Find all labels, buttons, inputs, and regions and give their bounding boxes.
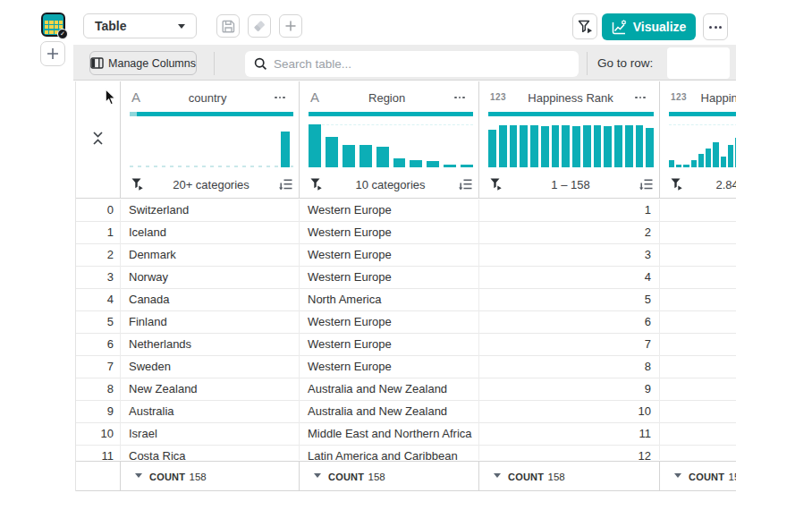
goto-row-input[interactable] — [667, 47, 730, 79]
cell[interactable]: Australia and New Zealand — [299, 401, 478, 422]
histogram-bar — [625, 125, 633, 167]
collapse-rows-icon[interactable] — [91, 131, 105, 146]
cell[interactable]: Switzerland — [120, 200, 299, 221]
cell[interactable]: Middle East and Northern Africa — [299, 423, 478, 445]
row-index[interactable]: 5 — [76, 311, 120, 333]
histogram-max-line — [309, 124, 473, 125]
aggregate-caret-icon[interactable] — [135, 473, 142, 478]
column-menu-icon[interactable] — [275, 97, 285, 99]
column-histogram[interactable] — [488, 122, 654, 167]
cell[interactable]: Latin America and Caribbean — [299, 446, 478, 460]
row-index[interactable]: 2 — [76, 244, 120, 266]
row-index[interactable]: 8 — [76, 378, 120, 400]
cell[interactable]: Finland — [120, 311, 299, 333]
cell[interactable]: Western Europe — [299, 244, 478, 266]
histogram-bar — [614, 125, 622, 167]
save-button[interactable] — [216, 14, 240, 38]
column-filter-icon[interactable] — [671, 178, 682, 191]
row-index[interactable]: 0 — [76, 200, 120, 221]
row-index[interactable]: 3 — [76, 267, 120, 288]
aggregate-caret-icon[interactable] — [314, 473, 321, 478]
cell[interactable]: New Zealand — [120, 378, 299, 400]
cell[interactable]: Western Europe — [299, 356, 478, 378]
column-header-region[interactable]: ARegion10 categories — [299, 81, 478, 198]
cell[interactable]: Canada — [120, 289, 299, 310]
aggregate-caret-icon[interactable] — [494, 473, 501, 478]
body-column-separator — [659, 200, 660, 460]
footer-column-separator — [299, 461, 300, 491]
cell[interactable]: Netherlands — [120, 334, 299, 355]
filter-run-button[interactable] — [572, 13, 597, 39]
cell[interactable]: 4 — [478, 267, 659, 288]
add-table-button[interactable] — [40, 41, 65, 66]
cell[interactable]: Western Europe — [299, 222, 478, 243]
cell[interactable]: North America — [299, 289, 478, 310]
column-header-happiness-score[interactable]: 123Happiness Score2.84 – 7.59 — [659, 81, 736, 198]
row-index[interactable]: 11 — [76, 446, 120, 460]
cell[interactable]: 12 — [478, 446, 659, 460]
cell[interactable]: 9 — [478, 378, 659, 400]
cell[interactable]: Australia — [120, 401, 299, 422]
row-index[interactable]: 10 — [76, 423, 120, 445]
cell[interactable]: 11 — [478, 423, 659, 445]
column-menu-icon[interactable] — [454, 97, 465, 99]
row-index[interactable]: 4 — [76, 289, 120, 310]
cell[interactable]: Western Europe — [299, 311, 478, 333]
column-sort-icon[interactable] — [639, 178, 653, 191]
workbook-icon[interactable]: ✓ — [41, 13, 65, 37]
cell[interactable]: Israel — [120, 423, 299, 445]
chevron-down-icon — [178, 24, 185, 29]
cell[interactable]: Costa Rica — [120, 446, 299, 460]
column-filter-icon[interactable] — [131, 178, 143, 191]
cell[interactable]: Norway — [120, 267, 299, 288]
table-name-select[interactable]: Table — [83, 13, 197, 38]
more-options-button[interactable] — [703, 13, 728, 40]
cell[interactable]: Western Europe — [299, 267, 478, 288]
search-input[interactable]: Search table... — [245, 51, 579, 77]
row-index[interactable]: 9 — [76, 401, 120, 422]
cell[interactable]: 2 — [478, 222, 659, 243]
plus-icon — [47, 47, 59, 60]
columns-icon — [90, 57, 104, 69]
column-summary: 1 – 158 — [502, 178, 639, 191]
row-index[interactable]: 7 — [76, 356, 120, 378]
cell[interactable]: Denmark — [120, 244, 299, 266]
column-filter-icon[interactable] — [490, 178, 502, 191]
cell[interactable]: Australia and New Zealand — [299, 378, 478, 400]
clear-button[interactable] — [248, 14, 271, 38]
cell[interactable]: Western Europe — [299, 200, 478, 221]
column-header-happiness-rank[interactable]: 123Happiness Rank1 – 158 — [478, 81, 659, 198]
histogram-bar — [488, 130, 496, 167]
column-menu-icon[interactable] — [635, 97, 646, 99]
footer-aggregate-1[interactable]: COUNT 158 — [120, 462, 299, 489]
row-index[interactable]: 6 — [76, 334, 120, 355]
column-histogram[interactable] — [130, 122, 293, 167]
cell[interactable]: 5 — [478, 289, 659, 310]
add-button[interactable] — [279, 14, 302, 38]
column-sort-icon[interactable] — [279, 178, 292, 191]
column-sort-icon[interactable] — [459, 178, 472, 191]
cell[interactable]: 8 — [478, 356, 659, 378]
column-summary: 2.84 – 7.59 — [682, 178, 736, 191]
footer-aggregate-4[interactable]: COUNT 158 — [659, 462, 736, 489]
cell[interactable]: Iceland — [120, 222, 299, 243]
cell[interactable]: 7 — [478, 334, 659, 355]
column-histogram[interactable] — [669, 122, 736, 167]
cell[interactable]: 6 — [478, 311, 659, 333]
cell[interactable]: Western Europe — [299, 334, 478, 355]
row-index[interactable]: 1 — [76, 222, 120, 243]
column-histogram[interactable] — [309, 122, 473, 167]
cell[interactable]: 1 — [478, 200, 659, 221]
footer-aggregate-3[interactable]: COUNT 158 — [478, 462, 659, 489]
aggregate-caret-icon[interactable] — [674, 473, 681, 478]
manage-columns-button[interactable]: Manage Columns — [89, 51, 197, 75]
cell[interactable]: 3 — [478, 244, 659, 266]
cell[interactable]: 10 — [478, 401, 659, 422]
footer-aggregate-2[interactable]: COUNT 158 — [299, 462, 478, 489]
aggregate-value: 158 — [548, 472, 565, 482]
column-filter-icon[interactable] — [310, 178, 322, 191]
visualize-button[interactable]: Visualize — [602, 13, 696, 40]
column-header-country[interactable]: Acountry20+ categories — [120, 81, 299, 198]
body-column-separator — [478, 200, 479, 460]
cell[interactable]: Sweden — [120, 356, 299, 378]
